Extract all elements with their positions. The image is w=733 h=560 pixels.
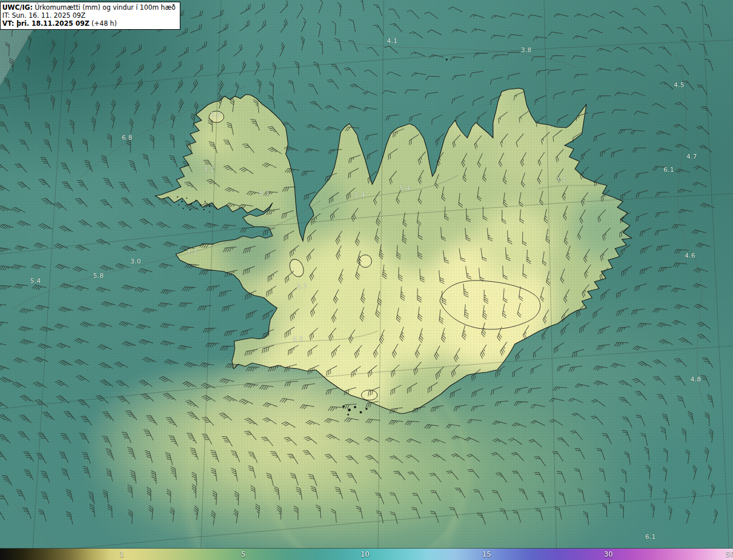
colorbar: 1510153050: [0, 548, 733, 560]
colorbar-ticks: 1510153050: [0, 549, 733, 560]
colorbar-tick-label: 5: [241, 550, 246, 558]
weather-map-canvas: 4.13.84.53.46.84.73.26.13.25.42.46.13.33…: [0, 0, 733, 560]
colorbar-tick-label: 10: [361, 550, 369, 558]
colorbar-tick-label: 50: [726, 550, 733, 558]
valid-time-offset: (+48 h): [92, 19, 117, 27]
map-info-box: UWC/IG: Úrkomumætti (mm) og vindur í 100…: [0, 2, 180, 30]
colorbar-tick-label: 1: [120, 550, 124, 558]
map-title: Úrkomumætti (mm) og vindur í 100m hæð: [35, 3, 176, 11]
model-label: UWC/IG:: [2, 3, 33, 11]
ocean-precip-shading: [0, 0, 733, 560]
colorbar-tick-label: 30: [604, 550, 613, 558]
init-time-value: Sun. 16. 11. 2025 09Z: [12, 11, 86, 19]
init-time-label: IT:: [2, 11, 10, 19]
valid-time-value: VT: þri. 18.11.2025 09Z: [2, 19, 89, 27]
colorbar-tick-label: 15: [482, 550, 491, 558]
